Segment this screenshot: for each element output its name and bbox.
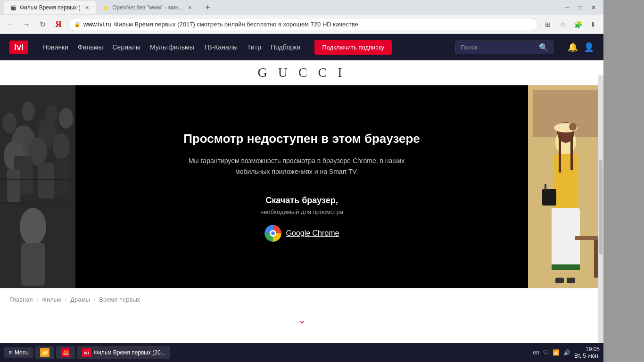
right-ad-svg (528, 85, 603, 288)
svg-rect-35 (594, 240, 598, 278)
poster-svg (0, 85, 75, 288)
volume-icon: 🔊 (563, 349, 570, 356)
breadcrumb-home[interactable]: Главная (9, 296, 33, 303)
svg-point-17 (22, 101, 35, 121)
url-bar[interactable]: 🔒 www.ivi.ru Фильм Время первых (2017) с… (68, 18, 538, 31)
ivi-taskbar-icon: ivi (82, 348, 91, 357)
tab-favicon-1: 🎬 (9, 4, 17, 11)
tab-active[interactable]: 🎬 Фильм Время первых ( ✕ (4, 1, 96, 14)
subscribe-button[interactable]: Подключить подписку (314, 40, 392, 55)
reload-icon: ↻ (40, 20, 46, 29)
poster-crowd-overlay (0, 85, 75, 288)
menu-icon: ≡ (8, 349, 12, 356)
window-maximize-button[interactable]: □ (574, 3, 586, 12)
breadcrumb-current[interactable]: Время первых (99, 296, 140, 303)
taskbar-time: 19:05 (574, 346, 600, 353)
lock-icon: 🔒 (74, 21, 81, 27)
taskbar-file-manager[interactable]: 📁 (35, 346, 54, 359)
user-icon[interactable]: 👤 (584, 42, 594, 52)
web-content: ivi Новинки Фильмы Сериалы Мультфильмы Т… (0, 34, 603, 362)
breadcrumb-film[interactable]: Фильм (42, 296, 61, 303)
window-close-button[interactable]: ✕ (587, 3, 600, 12)
window-minimize-button[interactable]: ─ (561, 3, 573, 12)
breadcrumb-drama[interactable]: Драмы (70, 296, 90, 303)
search-icon: 🔍 (539, 43, 548, 52)
forward-button[interactable]: → (20, 18, 33, 31)
svg-rect-29 (552, 264, 580, 270)
tab-inactive[interactable]: ⭐ OpenNet без "www" - мин... ✕ (96, 1, 199, 14)
address-bar: ← → ↻ Я 🔒 www.ivi.ru Фильм Время первых … (0, 15, 603, 34)
search-bar[interactable]: 🔍 (455, 41, 553, 54)
star-icon: ☆ (560, 21, 566, 28)
puzzle-icon: 🧩 (574, 21, 582, 28)
title-bar: 🎬 Фильм Время первых ( ✕ ⭐ OpenNet без "… (0, 0, 603, 15)
gucci-logo[interactable]: G U C C I (257, 65, 346, 80)
tab-title-1: Фильм Время первых ( (20, 4, 80, 11)
bookmark-button[interactable]: ⊞ (541, 18, 554, 31)
ivi-logo[interactable]: ivi (9, 41, 28, 54)
nav-item-multfilmy[interactable]: Мультфильмы (150, 43, 194, 51)
taskbar-browser-item[interactable]: 🦊 (56, 346, 75, 359)
scrollbar-thumb[interactable] (599, 160, 603, 255)
nav-item-novosti[interactable]: Новинки (42, 43, 68, 51)
reload-button[interactable]: ↻ (36, 18, 49, 31)
tab-close-1[interactable]: ✕ (83, 4, 91, 11)
nav-item-titr[interactable]: Титр (247, 43, 261, 51)
chrome-download-link[interactable]: Google Chrome (183, 225, 420, 242)
svg-rect-11 (21, 243, 45, 286)
svg-point-14 (2, 113, 17, 133)
tab-icon: ⊞ (545, 21, 551, 28)
breadcrumb-sep-2: / (65, 296, 67, 303)
nav-item-tv[interactable]: ТВ-Каналы (204, 43, 238, 51)
nav-item-serialy[interactable]: Сериалы (112, 43, 140, 51)
file-manager-icon: 📁 (40, 348, 50, 357)
search-input[interactable] (461, 44, 536, 51)
svg-point-15 (59, 108, 73, 129)
taskbar-ivi-item[interactable]: ivi Фильм Время первых (20... (77, 346, 170, 359)
right-advertisement (528, 85, 603, 288)
breadcrumb-area: Главная / Фильм / Драмы / Время первых (0, 288, 603, 311)
right-decoration (603, 0, 644, 362)
download-title: Скачать браузер, (183, 196, 420, 206)
taskbar-menu[interactable]: ≡ Menu (4, 347, 33, 358)
nav-item-podborki[interactable]: Подборки (271, 43, 300, 51)
taskbar-lang: en (533, 349, 539, 356)
svg-rect-26 (570, 135, 573, 170)
notification-icon[interactable]: 🔔 (568, 42, 578, 52)
chrome-label: Google Chrome (286, 229, 339, 238)
svg-rect-27 (542, 189, 556, 206)
chrome-icon-ring (264, 225, 281, 242)
new-tab-button[interactable]: + (201, 1, 214, 14)
back-button[interactable]: ← (4, 18, 17, 31)
svg-point-16 (46, 104, 58, 123)
tab-title-2: OpenNet без "www" - мин... (112, 4, 183, 11)
nav-item-filmy[interactable]: Фильмы (78, 43, 103, 51)
forward-icon: → (23, 20, 30, 29)
menu-label: Menu (15, 349, 29, 356)
download-icon: ⬇ (590, 21, 596, 28)
tab-close-2[interactable]: ✕ (186, 4, 193, 11)
svg-point-31 (569, 123, 577, 131)
ivi-header-icons: 🔔 👤 (568, 42, 594, 52)
star-button[interactable]: ☆ (556, 18, 570, 31)
video-player: Просмотр недоступен в этом браузере Мы г… (75, 85, 528, 288)
player-unavailable-screen: Просмотр недоступен в этом браузере Мы г… (165, 113, 439, 261)
breadcrumb-sep-1: / (36, 296, 38, 303)
svg-rect-28 (545, 184, 546, 191)
main-content: Просмотр недоступен в этом браузере Мы г… (0, 85, 603, 288)
player-unavailable-title: Просмотр недоступен в этом браузере (183, 132, 420, 146)
extension-button[interactable]: 🧩 (571, 18, 585, 31)
svg-rect-33 (567, 278, 575, 283)
chrome-icon (264, 225, 281, 242)
player-unavailable-subtitle: Мы гарантируем возможность просмотра в б… (183, 156, 410, 177)
ad-banner: G U C C I (0, 60, 603, 85)
download-button[interactable]: ⬇ (586, 18, 600, 31)
svg-rect-32 (555, 278, 564, 283)
download-subtitle: необходимый для просмотра (183, 208, 420, 215)
yandex-button[interactable]: Я (52, 18, 65, 31)
scrollbar[interactable] (598, 75, 603, 362)
chrome-icon-center (270, 230, 276, 237)
ivi-header: ivi Новинки Фильмы Сериалы Мультфильмы Т… (0, 34, 603, 60)
right-ad-image (528, 85, 603, 288)
left-poster (0, 85, 75, 288)
